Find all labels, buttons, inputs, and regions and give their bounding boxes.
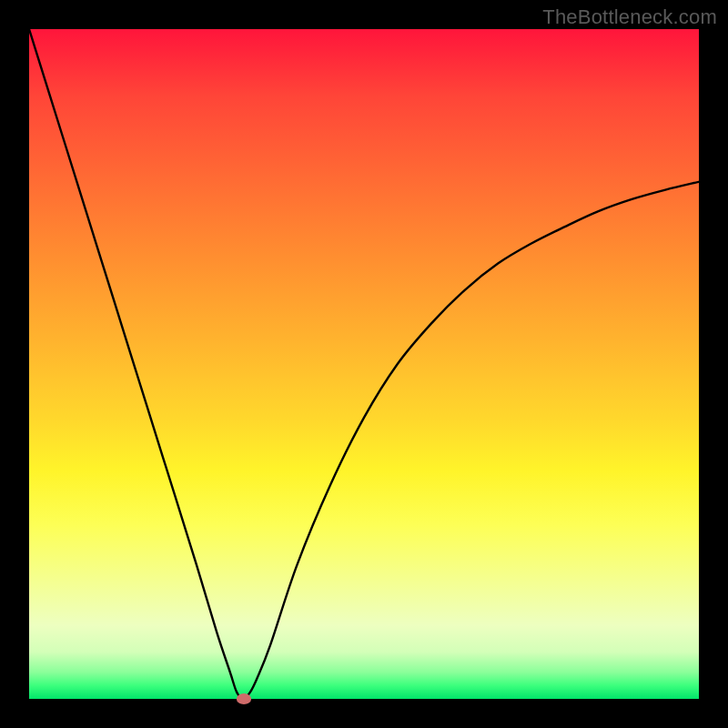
bottleneck-curve [29, 29, 699, 699]
chart-frame: TheBottleneck.com [0, 0, 728, 728]
watermark-text: TheBottleneck.com [542, 5, 717, 29]
plot-area [29, 29, 699, 699]
minimum-marker [237, 693, 251, 703]
